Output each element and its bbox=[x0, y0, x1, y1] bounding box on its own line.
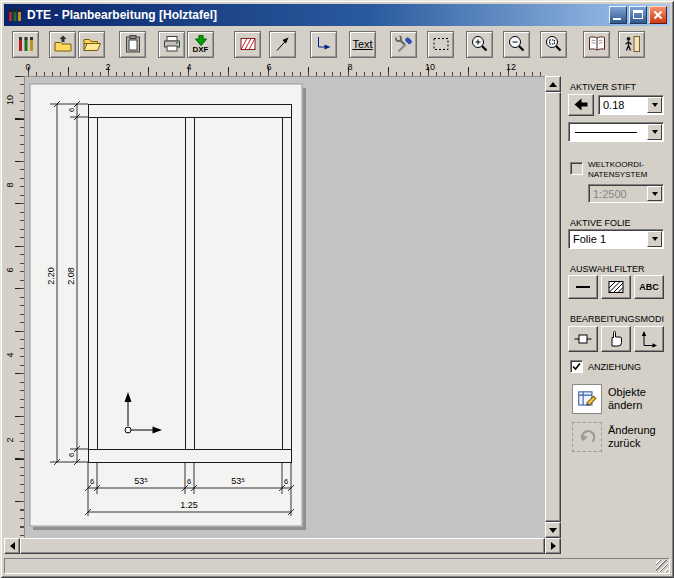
clipboard-icon bbox=[123, 34, 143, 54]
minimize-icon bbox=[613, 18, 621, 20]
pen-width-dropdown-button[interactable] bbox=[647, 97, 662, 113]
horizontal-scroll-thumb[interactable] bbox=[20, 538, 545, 554]
folder-up-icon bbox=[53, 34, 73, 54]
aktive-folie-label: AKTIVE FOLIE bbox=[570, 218, 631, 228]
horizontal-scrollbar[interactable] bbox=[4, 538, 561, 554]
pen-style-dropdown-button[interactable] bbox=[647, 124, 662, 140]
toolbar: DXF Text bbox=[4, 26, 670, 62]
zoom-out-button[interactable] bbox=[503, 31, 530, 58]
objekte-line2: ändern bbox=[608, 399, 646, 412]
pen-style-line-sample bbox=[575, 132, 637, 133]
dim-b3: 6 bbox=[187, 477, 191, 486]
open-up-button[interactable] bbox=[49, 31, 76, 58]
aenderung-zurueck-label: Änderung zurück bbox=[608, 424, 656, 450]
mode-move-button[interactable] bbox=[634, 326, 664, 352]
pen-width-value: 0.18 bbox=[603, 99, 624, 111]
hruler-label: 0 bbox=[20, 62, 36, 72]
selection-rect-icon bbox=[431, 34, 451, 54]
dim-top-small: 6 bbox=[67, 108, 76, 112]
chevron-down-icon bbox=[652, 130, 658, 134]
chevron-down-icon bbox=[652, 237, 658, 241]
vertical-scroll-thumb[interactable] bbox=[545, 92, 561, 522]
scroll-down-button[interactable] bbox=[545, 522, 561, 538]
wks-label-line1: WELTKOORDI- bbox=[588, 160, 647, 170]
folie-dropdown-button[interactable] bbox=[647, 231, 662, 247]
dxf-export-button[interactable]: DXF bbox=[187, 31, 214, 58]
line-tool-button[interactable] bbox=[269, 31, 296, 58]
objekte-aendern-label: Objekte ändern bbox=[608, 386, 646, 412]
tools-button[interactable] bbox=[390, 31, 417, 58]
hruler-label: 12 bbox=[503, 62, 519, 72]
aenderung-line2: zurück bbox=[608, 437, 656, 450]
edit-objects-icon bbox=[576, 388, 598, 410]
filter-hatch-button[interactable] bbox=[601, 275, 631, 299]
anziehung-checkbox[interactable] bbox=[570, 360, 583, 373]
catalog-button[interactable] bbox=[583, 31, 610, 58]
zoom-out-icon bbox=[507, 34, 527, 54]
maximize-icon bbox=[633, 10, 643, 19]
zoom-in-button[interactable] bbox=[466, 31, 493, 58]
mode-select-button[interactable] bbox=[568, 326, 598, 352]
exit-button[interactable] bbox=[618, 31, 645, 58]
text-tool-label: Text bbox=[352, 38, 372, 50]
scale-dropdown-button bbox=[647, 186, 662, 201]
move-axis-icon bbox=[639, 329, 659, 349]
pen-width-combo[interactable]: 0.18 bbox=[598, 95, 664, 115]
app-icon[interactable] bbox=[7, 7, 23, 23]
pen-settings-icon bbox=[16, 34, 36, 54]
pen-settings-button[interactable] bbox=[12, 31, 39, 58]
weltkoordinatensystem-checkbox bbox=[570, 162, 583, 175]
sidebar: AKTIVER STIFT 0.18 WELTKOORDI- NATENSYST… bbox=[562, 62, 670, 538]
dim-bottom-small: 6 bbox=[67, 453, 76, 457]
scale-value: 1:2500 bbox=[593, 188, 627, 200]
paste-button[interactable] bbox=[119, 31, 146, 58]
minimize-button[interactable] bbox=[609, 6, 627, 24]
print-button[interactable] bbox=[158, 31, 185, 58]
drawing-canvas[interactable]: 2.20 2.08 6 6 6 53⁵ 6 53⁵ 6 1.25 bbox=[24, 76, 545, 538]
hatch-icon bbox=[238, 34, 258, 54]
selection-button[interactable] bbox=[427, 31, 454, 58]
hatch-filter-icon bbox=[606, 277, 626, 297]
resize-grip[interactable] bbox=[656, 560, 668, 572]
dim-inner-height: 2.08 bbox=[66, 267, 76, 285]
filter-text-button[interactable]: ABC bbox=[634, 275, 664, 299]
folie-combo[interactable]: Folie 1 bbox=[568, 229, 664, 249]
left-arrow-icon bbox=[10, 542, 15, 550]
app-window: DTE - Planbearbeitung [Holztafel] bbox=[0, 0, 674, 578]
line-tool-icon bbox=[273, 34, 293, 54]
polyline-tool-button[interactable] bbox=[310, 31, 337, 58]
dxf-label: DXF bbox=[193, 46, 209, 54]
titlebar[interactable]: DTE - Planbearbeitung [Holztafel] bbox=[4, 4, 670, 26]
vertical-scrollbar[interactable] bbox=[545, 76, 561, 538]
aenderung-zurueck-button bbox=[572, 422, 602, 452]
previous-pen-button[interactable] bbox=[568, 94, 594, 116]
aktiver-stift-label: AKTIVER STIFT bbox=[570, 82, 636, 92]
exit-icon bbox=[622, 34, 642, 54]
scroll-right-button[interactable] bbox=[545, 538, 561, 554]
status-bar bbox=[4, 558, 670, 574]
mode-pan-button[interactable] bbox=[601, 326, 631, 352]
scroll-left-button[interactable] bbox=[4, 538, 20, 554]
dim-total-width: 1.25 bbox=[180, 500, 198, 510]
dxf-arrow-icon bbox=[194, 35, 208, 46]
filter-line-button[interactable] bbox=[568, 275, 598, 299]
hruler-label: 2 bbox=[100, 62, 116, 72]
zoom-window-button[interactable] bbox=[540, 31, 567, 58]
vruler-label: 6 bbox=[5, 262, 17, 278]
open-button[interactable] bbox=[78, 31, 105, 58]
scale-combo: 1:2500 bbox=[588, 184, 664, 203]
hatch-tool-button[interactable] bbox=[234, 31, 261, 58]
window-title: DTE - Planbearbeitung [Holztafel] bbox=[27, 8, 607, 22]
pen-style-combo[interactable] bbox=[568, 122, 664, 142]
text-tool-button[interactable]: Text bbox=[349, 31, 376, 58]
scroll-up-button[interactable] bbox=[545, 76, 561, 92]
maximize-button[interactable] bbox=[629, 6, 647, 24]
aenderung-line1: Änderung bbox=[608, 424, 656, 437]
paper bbox=[30, 84, 302, 526]
zoom-in-icon bbox=[470, 34, 490, 54]
vruler-label: 8 bbox=[5, 177, 17, 193]
close-button[interactable] bbox=[649, 6, 667, 24]
zoom-window-icon bbox=[544, 34, 564, 54]
dim-b1: 6 bbox=[90, 477, 94, 486]
objekte-aendern-button[interactable] bbox=[572, 384, 602, 414]
